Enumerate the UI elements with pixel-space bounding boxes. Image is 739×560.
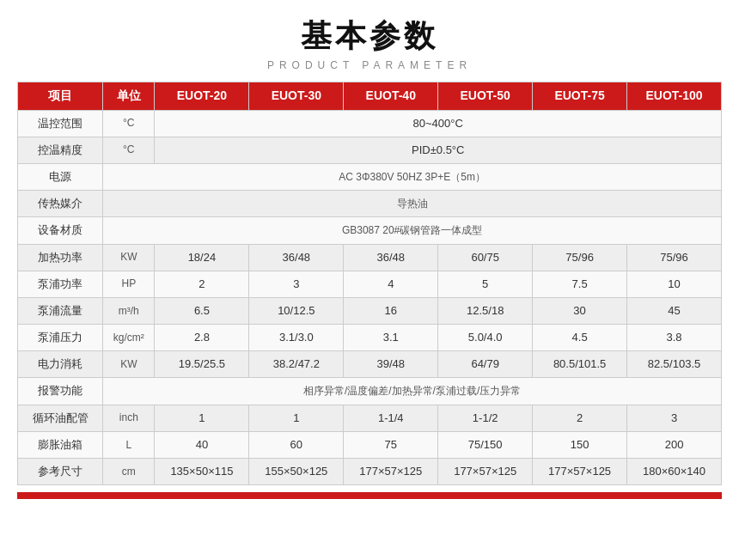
row-value: 7.5 <box>533 271 627 297</box>
table-row: 控温精度 °C PID±0.5°C <box>18 137 722 163</box>
table-row: 加热功率 KW 18/24 36/48 36/48 60/75 75/96 75… <box>18 244 722 271</box>
row-value: 3 <box>627 405 722 431</box>
table-row: 温控范围 °C 80~400°C <box>18 110 722 137</box>
table-row: 泵浦压力 kg/cm² 2.8 3.1/3.0 3.1 5.0/4.0 4.5 … <box>18 325 722 351</box>
row-value: 18/24 <box>155 244 249 271</box>
table-row: 参考尺寸 cm 135×50×115 155×50×125 177×57×125… <box>18 459 722 485</box>
params-table: 项目 单位 EUOT-20 EUOT-30 EUOT-40 EUOT-50 EU… <box>17 82 722 485</box>
row-unit: L <box>103 431 155 458</box>
row-label: 电力消耗 <box>18 351 103 378</box>
row-value: PID±0.5°C <box>155 137 722 163</box>
row-value: 80.5/101.5 <box>533 351 627 378</box>
row-unit: HP <box>103 271 155 297</box>
row-value: 80~400°C <box>155 110 722 137</box>
row-label: 温控范围 <box>18 110 103 137</box>
row-value: 36/48 <box>344 244 438 271</box>
table-row: 传热媒介 导热油 <box>18 191 722 217</box>
row-value: 135×50×115 <box>155 459 249 485</box>
row-value: 75/150 <box>438 431 533 458</box>
row-value: 相序异常/温度偏差/加热异常/泵浦过载/压力异常 <box>103 378 722 405</box>
row-value: 60 <box>249 431 344 458</box>
row-value: 180×60×140 <box>627 459 722 485</box>
row-value: 3.1/3.0 <box>249 325 344 351</box>
col-header-2: EUOT-20 <box>155 82 249 111</box>
row-unit: KW <box>103 244 155 271</box>
row-value: 36/48 <box>249 244 344 271</box>
row-unit: cm <box>103 459 155 485</box>
row-value: 5 <box>438 271 533 297</box>
row-label: 泵浦流量 <box>18 297 103 324</box>
row-value: 2.8 <box>155 325 249 351</box>
row-unit: KW <box>103 351 155 378</box>
row-value: 64/79 <box>438 351 533 378</box>
row-unit: inch <box>103 405 155 431</box>
row-label: 设备材质 <box>18 217 103 244</box>
row-unit: m³/h <box>103 297 155 324</box>
row-value: 75/96 <box>627 244 722 271</box>
row-label: 膨胀油箱 <box>18 431 103 458</box>
row-value: 75/96 <box>533 244 627 271</box>
col-header-6: EUOT-75 <box>533 82 627 111</box>
table-row: 循环油配管 inch 1 1 1-1/4 1-1/2 2 3 <box>18 405 722 431</box>
row-label: 泵浦功率 <box>18 271 103 297</box>
table-header-row: 项目 单位 EUOT-20 EUOT-30 EUOT-40 EUOT-50 EU… <box>18 82 722 111</box>
row-label: 参考尺寸 <box>18 459 103 485</box>
row-value: AC 3Φ380V 50HZ 3P+E（5m） <box>103 163 722 190</box>
row-value: 12.5/18 <box>438 297 533 324</box>
row-value: 10 <box>627 271 722 297</box>
row-value: 39/48 <box>344 351 438 378</box>
row-value: 6.5 <box>155 297 249 324</box>
row-value: 1-1/2 <box>438 405 533 431</box>
row-value: 1 <box>155 405 249 431</box>
row-value: 45 <box>627 297 722 324</box>
title-section: 基本参数 PRODUCT PARAMETER <box>17 15 722 71</box>
row-label: 控温精度 <box>18 137 103 163</box>
col-header-7: EUOT-100 <box>627 82 722 111</box>
row-value: 3.8 <box>627 325 722 351</box>
row-value: 10/12.5 <box>249 297 344 324</box>
col-header-0: 项目 <box>18 82 103 111</box>
row-label: 加热功率 <box>18 244 103 271</box>
row-value: 2 <box>155 271 249 297</box>
table-row: 电源 AC 3Φ380V 50HZ 3P+E（5m） <box>18 163 722 190</box>
row-value: GB3087 20#碳钢管路一体成型 <box>103 217 722 244</box>
row-value: 19.5/25.5 <box>155 351 249 378</box>
row-value: 60/75 <box>438 244 533 271</box>
row-label: 电源 <box>18 163 103 190</box>
row-value: 1-1/4 <box>344 405 438 431</box>
row-unit: °C <box>103 110 155 137</box>
row-value: 177×57×125 <box>344 459 438 485</box>
table-row: 电力消耗 KW 19.5/25.5 38.2/47.2 39/48 64/79 … <box>18 351 722 378</box>
row-label: 循环油配管 <box>18 405 103 431</box>
col-header-3: EUOT-30 <box>249 82 344 111</box>
row-value: 200 <box>627 431 722 458</box>
row-value: 2 <box>533 405 627 431</box>
row-value: 38.2/47.2 <box>249 351 344 378</box>
row-label: 泵浦压力 <box>18 325 103 351</box>
row-value: 5.0/4.0 <box>438 325 533 351</box>
row-value: 40 <box>155 431 249 458</box>
row-unit: kg/cm² <box>103 325 155 351</box>
row-value: 4 <box>344 271 438 297</box>
row-value: 177×57×125 <box>438 459 533 485</box>
row-label: 传热媒介 <box>18 191 103 217</box>
table-row: 报警功能 相序异常/温度偏差/加热异常/泵浦过载/压力异常 <box>18 378 722 405</box>
row-value: 177×57×125 <box>533 459 627 485</box>
row-value: 30 <box>533 297 627 324</box>
col-header-5: EUOT-50 <box>438 82 533 111</box>
row-value: 1 <box>249 405 344 431</box>
row-value: 75 <box>344 431 438 458</box>
row-value: 16 <box>344 297 438 324</box>
table-row: 设备材质 GB3087 20#碳钢管路一体成型 <box>18 217 722 244</box>
row-value: 150 <box>533 431 627 458</box>
page-wrapper: 基本参数 PRODUCT PARAMETER 项目 单位 EUOT-20 EUO… <box>0 0 739 508</box>
row-value: 4.5 <box>533 325 627 351</box>
table-row: 泵浦流量 m³/h 6.5 10/12.5 16 12.5/18 30 45 <box>18 297 722 324</box>
bottom-bar <box>17 492 722 499</box>
row-value: 导热油 <box>103 191 722 217</box>
row-value: 3 <box>249 271 344 297</box>
col-header-4: EUOT-40 <box>344 82 438 111</box>
row-value: 3.1 <box>344 325 438 351</box>
row-label: 报警功能 <box>18 378 103 405</box>
row-unit: °C <box>103 137 155 163</box>
